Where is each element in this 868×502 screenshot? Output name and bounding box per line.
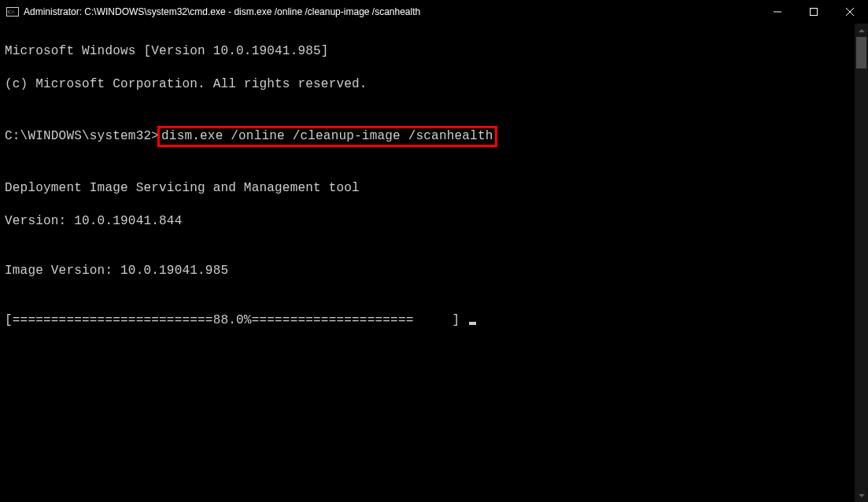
image-version-line: Image Version: 10.0.19041.985 — [5, 263, 850, 279]
typed-command: dism.exe /online /cleanup-image /scanhea… — [161, 129, 493, 143]
minimize-button[interactable] — [759, 0, 796, 23]
tool-name-line: Deployment Image Servicing and Managemen… — [5, 180, 850, 197]
copyright-line: (c) Microsoft Corporation. All rights re… — [5, 76, 850, 93]
svg-rect-3 — [811, 8, 818, 15]
tool-version-line: Version: 10.0.19041.844 — [5, 213, 850, 230]
version-line: Microsoft Windows [Version 10.0.19041.98… — [5, 43, 850, 60]
window-controls — [759, 0, 868, 23]
scroll-thumb[interactable] — [856, 37, 866, 68]
window-title: Administrator: C:\WINDOWS\system32\cmd.e… — [24, 6, 759, 17]
close-button[interactable] — [832, 0, 868, 23]
titlebar[interactable]: C:\ Administrator: C:\WINDOWS\system32\c… — [0, 0, 868, 24]
cmd-icon: C:\ — [6, 6, 19, 18]
maximize-button[interactable] — [796, 0, 832, 23]
vertical-scrollbar[interactable] — [855, 24, 868, 502]
scroll-up-arrow-icon[interactable] — [855, 24, 868, 37]
prompt-prefix: C:\WINDOWS\system32> — [5, 129, 159, 143]
svg-marker-6 — [859, 29, 865, 32]
cursor — [469, 322, 476, 325]
scroll-track[interactable] — [855, 37, 868, 489]
svg-text:C:\: C:\ — [8, 9, 15, 15]
prompt-line: C:\WINDOWS\system32>dism.exe /online /cl… — [5, 126, 850, 147]
scroll-down-arrow-icon[interactable] — [855, 489, 868, 502]
progress-line: [==========================88.0%========… — [5, 312, 850, 329]
cmd-window: C:\ Administrator: C:\WINDOWS\system32\c… — [0, 0, 868, 502]
svg-marker-7 — [859, 494, 865, 497]
client-area: Microsoft Windows [Version 10.0.19041.98… — [0, 24, 868, 502]
progress-bar-text: [==========================88.0%========… — [5, 313, 467, 327]
terminal-output[interactable]: Microsoft Windows [Version 10.0.19041.98… — [0, 24, 855, 502]
command-highlight: dism.exe /online /cleanup-image /scanhea… — [157, 126, 497, 147]
